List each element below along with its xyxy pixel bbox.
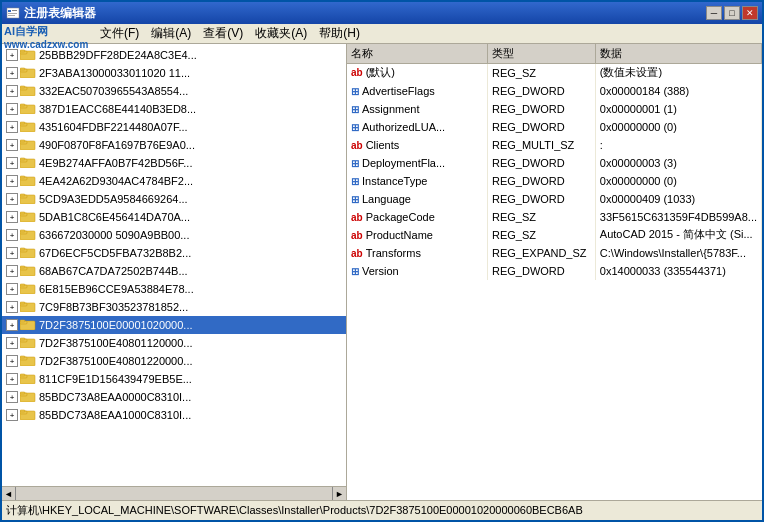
folder-icon (20, 372, 36, 386)
expand-icon: + (6, 355, 18, 367)
tree-item[interactable]: + 490F0870F8FA1697B76E9A0... (2, 136, 346, 154)
minimize-button[interactable]: ─ (706, 6, 722, 20)
ab-icon: ab (351, 248, 363, 259)
tree-container[interactable]: + 25BBB29DFF28DE24A8C3E4...+ 2F3ABA13000… (2, 44, 346, 486)
tree-item[interactable]: + 7D2F3875100E40801220000... (2, 352, 346, 370)
ab-icon: ab (351, 140, 363, 151)
scroll-right-btn[interactable]: ► (332, 487, 346, 500)
table-row[interactable]: abTransformsREG_EXPAND_SZC:\Windows\Inst… (347, 244, 762, 262)
svg-rect-10 (20, 68, 25, 70)
svg-rect-31 (20, 194, 25, 196)
table-row[interactable]: ⊞LanguageREG_DWORD0x00000409 (1033) (347, 190, 762, 208)
tree-item[interactable]: + 5DAB1C8C6E456414DA70A... (2, 208, 346, 226)
folder-icon (20, 354, 36, 368)
tree-item[interactable]: + 5CD9A3EDD5A9584669264... (2, 190, 346, 208)
table-row[interactable]: ab(默认)REG_SZ(数值未设置) (347, 64, 762, 82)
registry-table-container[interactable]: 名称 类型 数据 ab(默认)REG_SZ(数值未设置)⊞AdvertiseFl… (347, 44, 762, 500)
tree-item[interactable]: + 4351604FDBF2214480A07F... (2, 118, 346, 136)
title-bar: 注册表编辑器 ─ □ ✕ (2, 2, 762, 24)
col-data[interactable]: 数据 (595, 44, 761, 64)
tree-item-label: 2F3ABA13000033011020 11... (39, 67, 190, 79)
table-row[interactable]: abClientsREG_MULTI_SZ: (347, 136, 762, 154)
tree-item[interactable]: + 85BDC73A8EAA0000C8310I... (2, 388, 346, 406)
folder-icon (20, 120, 36, 134)
menu-favorites[interactable]: 收藏夹(A) (249, 23, 313, 44)
tree-item[interactable]: + 4E9B274AFFA0B7F42BD56F... (2, 154, 346, 172)
tree-item-label: 4EA42A62D9304AC4784BF2... (39, 175, 193, 187)
folder-icon (20, 246, 36, 260)
status-bar: 计算机\HKEY_LOCAL_MACHINE\SOFTWARE\Classes\… (2, 500, 762, 520)
menu-edit[interactable]: 编辑(A) (145, 23, 197, 44)
tree-item[interactable]: + 811CF9E1D156439479EB5E... (2, 370, 346, 388)
reg-type-cell: REG_MULTI_SZ (488, 136, 596, 154)
tree-item-label: 636672030000 5090A9BB00... (39, 229, 189, 241)
tree-item[interactable]: + 387D1EACC68E44140B3ED8... (2, 100, 346, 118)
tree-item[interactable]: + 85BDC73A8EAA1000C8310I... (2, 406, 346, 424)
tree-item-label: 85BDC73A8EAA0000C8310I... (39, 391, 191, 403)
tree-item-label: 67D6ECF5CD5FBA732B8B2... (39, 247, 191, 259)
reg-data-cell: 0x00000409 (1033) (595, 190, 761, 208)
table-row[interactable]: ⊞AssignmentREG_DWORD0x00000001 (1) (347, 100, 762, 118)
reg-type-cell: REG_DWORD (488, 100, 596, 118)
maximize-button[interactable]: □ (724, 6, 740, 20)
tree-item-label: 25BBB29DFF28DE24A8C3E4... (39, 49, 197, 61)
left-pane-scrollbar[interactable]: ◄ ► (2, 486, 346, 500)
table-row[interactable]: ⊞VersionREG_DWORD0x14000033 (335544371) (347, 262, 762, 280)
reg-type-cell: REG_EXPAND_SZ (488, 244, 596, 262)
expand-icon: + (6, 157, 18, 169)
menu-file[interactable]: 文件(F) (94, 23, 145, 44)
reg-data-cell: 33F5615C631359F4DB599A8... (595, 208, 761, 226)
table-row[interactable]: ⊞AdvertiseFlagsREG_DWORD0x00000184 (388) (347, 82, 762, 100)
main-window: 注册表编辑器 ─ □ ✕ AI自学网 www.cadzxw.com 文件(F) … (0, 0, 764, 522)
scroll-left-btn[interactable]: ◄ (2, 487, 16, 500)
tree-item[interactable]: + 68AB67CA7DA72502B744B... (2, 262, 346, 280)
tree-item[interactable]: + 6E815EB96CCE9A53884E78... (2, 280, 346, 298)
left-pane: + 25BBB29DFF28DE24A8C3E4...+ 2F3ABA13000… (2, 44, 347, 500)
expand-icon: + (6, 103, 18, 115)
tree-item[interactable]: + 2F3ABA13000033011020 11... (2, 64, 346, 82)
reg-type-cell: REG_DWORD (488, 154, 596, 172)
tree-item[interactable]: + 25BBB29DFF28DE24A8C3E4... (2, 46, 346, 64)
tree-item[interactable]: + 4EA42A62D9304AC4784BF2... (2, 172, 346, 190)
ab-icon: ab (351, 67, 363, 78)
ab-icon: ab (351, 212, 363, 223)
reg-type-cell: REG_DWORD (488, 82, 596, 100)
reg-name-cell: ⊞AuthorizedLUA... (347, 118, 488, 136)
table-row[interactable]: abPackageCodeREG_SZ33F5615C631359F4DB599… (347, 208, 762, 226)
tree-item-label: 490F0870F8FA1697B76E9A0... (39, 139, 195, 151)
reg-type-cell: REG_SZ (488, 64, 596, 82)
menu-help[interactable]: 帮助(H) (313, 23, 366, 44)
reg-name-cell: abPackageCode (347, 208, 488, 226)
tree-item[interactable]: + 67D6ECF5CD5FBA732B8B2... (2, 244, 346, 262)
table-row[interactable]: ⊞AuthorizedLUA...REG_DWORD0x00000000 (0) (347, 118, 762, 136)
svg-rect-16 (20, 104, 25, 106)
tree-item[interactable]: + 7C9F8B73BF303523781852... (2, 298, 346, 316)
svg-rect-46 (20, 284, 25, 286)
table-row[interactable]: abProductNameREG_SZAutoCAD 2015 - 简体中文 (… (347, 226, 762, 244)
expand-icon: + (6, 319, 18, 331)
table-row[interactable]: ⊞InstanceTypeREG_DWORD0x00000000 (0) (347, 172, 762, 190)
tree-item[interactable]: + 636672030000 5090A9BB00... (2, 226, 346, 244)
reg-data-cell: 0x00000001 (1) (595, 100, 761, 118)
expand-icon: + (6, 121, 18, 133)
reg-data-cell: 0x00000003 (3) (595, 154, 761, 172)
reg-data-cell: 0x00000000 (0) (595, 118, 761, 136)
tree-item[interactable]: + 7D2F3875100E40801120000... (2, 334, 346, 352)
dword-icon: ⊞ (351, 266, 359, 277)
tree-item-label: 4E9B274AFFA0B7F42BD56F... (39, 157, 192, 169)
menu-view[interactable]: 查看(V) (197, 23, 249, 44)
reg-type-cell: REG_DWORD (488, 172, 596, 190)
col-name[interactable]: 名称 (347, 44, 488, 64)
svg-rect-4 (8, 15, 15, 16)
reg-type-cell: REG_SZ (488, 208, 596, 226)
close-button[interactable]: ✕ (742, 6, 758, 20)
reg-data-cell: 0x00000000 (0) (595, 172, 761, 190)
reg-name-cell: ab(默认) (347, 64, 488, 82)
tree-item-label: 4351604FDBF2214480A07F... (39, 121, 188, 133)
tree-item[interactable]: + 7D2F3875100E00001020000... (2, 316, 346, 334)
table-row[interactable]: ⊞DeploymentFla...REG_DWORD0x00000003 (3) (347, 154, 762, 172)
tree-item[interactable]: + 332EAC50703965543A8554... (2, 82, 346, 100)
reg-name-cell: ⊞AdvertiseFlags (347, 82, 488, 100)
reg-data-cell: C:\Windows\Installer\{5783F... (595, 244, 761, 262)
col-type[interactable]: 类型 (488, 44, 596, 64)
